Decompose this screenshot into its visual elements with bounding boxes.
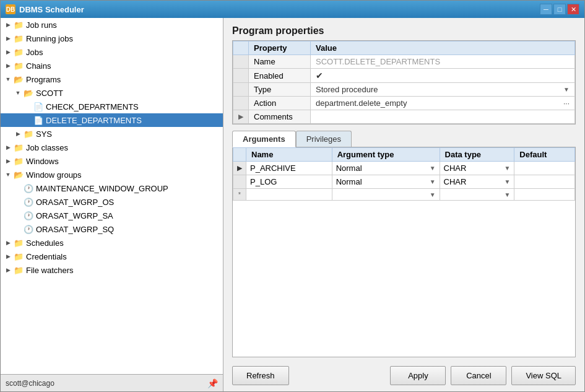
arg-data-type[interactable]: CHAR ▼ — [440, 162, 514, 175]
row-indicator — [233, 175, 246, 189]
sidebar-label: Windows — [26, 157, 59, 166]
sidebar-label: CHECK_DEPARTMENTS — [46, 102, 139, 111]
sidebar-item-orasat-sa[interactable]: 🕐 ORASAT_WGRP_SA — [1, 209, 223, 222]
prop-value-comments — [311, 110, 575, 124]
close-button[interactable]: ✕ — [567, 4, 579, 15]
sidebar-item-jobs[interactable]: ▶ 📁 Jobs — [1, 45, 223, 59]
sidebar-item-file-watchers[interactable]: ▶ 📁 File watchers — [1, 263, 223, 277]
prop-value-enabled[interactable]: ✔ — [311, 69, 575, 83]
arg-name[interactable]: P_LOG — [246, 175, 332, 189]
sidebar-item-maintenance-wg[interactable]: 🕐 MAINTENANCE_WINDOW_GROUP — [1, 181, 223, 195]
prop-name-type: Type — [249, 83, 311, 97]
expand-icon: ▶ — [3, 265, 13, 275]
expand-icon: ▶ — [3, 61, 13, 71]
document-icon: 📄 — [33, 101, 44, 112]
minimize-button[interactable]: ─ — [540, 4, 552, 15]
action-value: department.delete_empty — [316, 98, 407, 108]
folder-icon: 📁 — [23, 128, 34, 139]
restore-button[interactable]: □ — [553, 4, 566, 15]
sidebar-label: Running jobs — [26, 34, 73, 43]
col-data-type: Data type — [440, 148, 514, 162]
title-bar: DB DBMS Scheduler ─ □ ✕ — [1, 1, 584, 18]
sidebar-item-running-jobs[interactable]: ▶ 📁 Running jobs — [1, 32, 223, 45]
section-title: Program properties Property Value — [232, 25, 576, 124]
sidebar-item-orasat-sq[interactable]: 🕐 ORASAT_WGRP_SQ — [1, 222, 223, 236]
folder-icon: 📁 — [13, 264, 24, 276]
folder-icon: 📂 — [23, 87, 34, 98]
spacer — [13, 183, 23, 193]
expand-icon: ▶ — [3, 20, 13, 30]
expand-icon: ▼ — [3, 170, 13, 180]
ellipsis-button[interactable]: ··· — [563, 99, 570, 108]
row-indicator-expand[interactable]: ▶ — [233, 110, 249, 124]
clock-icon: 🕐 — [23, 224, 34, 235]
arg-name[interactable]: P_ARCHIVE — [246, 162, 332, 175]
bottom-buttons: Refresh Apply Cancel View SQL — [232, 364, 576, 385]
sidebar-item-credentials[interactable]: ▶ 📁 Credentials — [1, 250, 223, 263]
clock-icon: 🕐 — [23, 210, 34, 221]
arg-data-type[interactable]: CHAR ▼ — [440, 175, 514, 189]
prop-value-type[interactable]: Stored procedure ▼ — [311, 83, 575, 97]
sidebar-label: SCOTT — [36, 89, 63, 98]
dropdown-arrow-icon: ▼ — [563, 86, 570, 93]
arg-type-new[interactable]: ▼ — [332, 189, 440, 201]
folder-icon: 📂 — [13, 169, 24, 180]
sidebar-label: Jobs — [26, 48, 43, 57]
col-value: Value — [311, 41, 575, 55]
tab-content-arguments: Name Argument type Data type Default ▶ P… — [232, 147, 576, 357]
folder-icon: 📁 — [13, 19, 24, 30]
properties-table: Property Value Name SCOTT.DELETE_DEPARTM… — [233, 41, 575, 124]
expand-icon: ▶ — [3, 47, 13, 57]
arg-default-new[interactable] — [514, 189, 575, 201]
sidebar-item-chains[interactable]: ▶ 📁 Chains — [1, 59, 223, 72]
dropdown-arrow-icon: ▼ — [504, 178, 510, 185]
main-window: DB DBMS Scheduler ─ □ ✕ ▶ 📁 Job runs ▶ 📁 — [0, 0, 585, 392]
dropdown-arrow-icon: ▼ — [430, 165, 436, 172]
sidebar-item-window-groups[interactable]: ▼ 📂 Window groups — [1, 168, 223, 181]
sidebar-item-check-departments[interactable]: 📄 CHECK_DEPARTMENTS — [1, 100, 223, 113]
expand-icon: ▶ — [3, 142, 13, 152]
app-icon: DB — [6, 4, 15, 14]
dropdown-arrow-icon: ▼ — [430, 178, 436, 185]
sidebar-item-delete-departments[interactable]: 📄 DELETE_DEPARTMENTS — [1, 113, 223, 127]
type-value: Stored procedure — [316, 85, 378, 94]
sidebar-item-windows[interactable]: ▶ 📁 Windows — [1, 154, 223, 168]
status-connection: scott@chicago — [6, 379, 54, 388]
expand-icon: ▶ — [3, 251, 13, 261]
arg-type[interactable]: Normal ▼ — [332, 162, 440, 175]
sidebar-item-job-classes[interactable]: ▶ 📁 Job classes — [1, 141, 223, 154]
arg-type[interactable]: Normal ▼ — [332, 175, 440, 189]
cancel-button[interactable]: Cancel — [451, 366, 506, 385]
arg-default[interactable] — [514, 175, 575, 189]
sidebar-item-orasat-os[interactable]: 🕐 ORASAT_WGRP_OS — [1, 195, 223, 209]
tab-privileges[interactable]: Privileges — [296, 131, 352, 147]
sidebar-label: Job classes — [26, 143, 68, 152]
expand-icon: ▶ — [3, 33, 13, 43]
tree-container: ▶ 📁 Job runs ▶ 📁 Running jobs ▶ 📁 Jobs — [1, 18, 223, 374]
view-sql-button[interactable]: View SQL — [511, 366, 576, 385]
clock-icon: 🕐 — [23, 196, 34, 207]
sidebar-label: Chains — [26, 61, 51, 71]
sidebar-label: Schedules — [26, 238, 64, 248]
col-default: Default — [514, 148, 575, 162]
table-row: Name SCOTT.DELETE_DEPARTMENTS — [233, 55, 575, 69]
sidebar-item-job-runs[interactable]: ▶ 📁 Job runs — [1, 18, 223, 32]
apply-button[interactable]: Apply — [390, 366, 446, 385]
prop-value-action[interactable]: department.delete_empty ··· — [311, 97, 575, 110]
sidebar-item-sys[interactable]: ▶ 📁 SYS — [1, 127, 223, 141]
window-title: DBMS Scheduler — [19, 5, 540, 14]
refresh-button[interactable]: Refresh — [232, 366, 289, 385]
spacer — [13, 224, 23, 234]
row-indicator-current: ▶ — [233, 162, 246, 175]
sidebar-item-programs[interactable]: ▼ 📂 Programs — [1, 72, 223, 86]
expand-icon: ▼ — [13, 88, 23, 98]
arg-name-new[interactable] — [246, 189, 332, 201]
sidebar-item-schedules[interactable]: ▶ 📁 Schedules — [1, 236, 223, 250]
sidebar-item-scott[interactable]: ▼ 📂 SCOTT — [1, 86, 223, 100]
arg-default[interactable] — [514, 162, 575, 175]
expand-icon: ▶ — [3, 238, 13, 248]
pin-icon[interactable]: 📌 — [207, 378, 218, 388]
arg-data-type-new[interactable]: ▼ — [440, 189, 514, 201]
sidebar-label: MAINTENANCE_WINDOW_GROUP — [36, 184, 168, 193]
tab-arguments[interactable]: Arguments — [232, 131, 296, 147]
